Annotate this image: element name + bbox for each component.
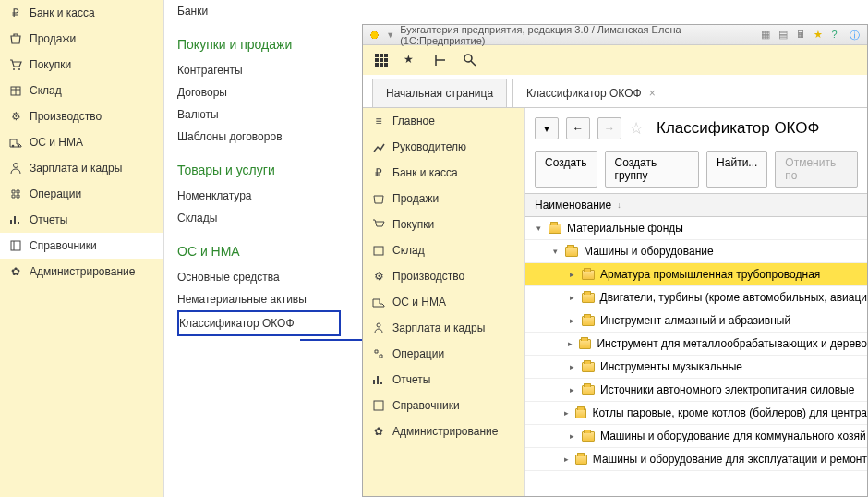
- star-icon[interactable]: ★: [404, 53, 418, 67]
- expander-icon[interactable]: ▸: [570, 316, 578, 325]
- svg-rect-14: [380, 63, 383, 67]
- folder-icon: [582, 431, 595, 442]
- side-os-nma[interactable]: ОС и НМА: [363, 289, 524, 315]
- expander-icon[interactable]: ▸: [570, 270, 578, 279]
- nav-operations[interactable]: Операции: [0, 181, 163, 207]
- svg-rect-9: [384, 54, 388, 57]
- expander-icon[interactable]: ▸: [564, 455, 572, 464]
- title-calc-icon[interactable]: 🖩: [796, 29, 808, 42]
- expander-icon[interactable]: ▾: [553, 247, 561, 256]
- forward-button[interactable]: →: [597, 117, 621, 139]
- toolbar: ★: [363, 45, 867, 75]
- menu-button[interactable]: ▾: [535, 117, 559, 139]
- title-star-icon[interactable]: ★: [814, 29, 826, 42]
- tree-row[interactable]: ▾Материальные фонды: [525, 217, 867, 240]
- mid-link[interactable]: Нематериальные активы: [177, 288, 341, 310]
- nav-reports[interactable]: Отчеты: [0, 207, 163, 233]
- mid-link[interactable]: Шаблоны договоров: [177, 126, 341, 148]
- tree: ▾Материальные фонды ▾Машины и оборудован…: [525, 217, 867, 471]
- expander-icon[interactable]: ▸: [570, 362, 578, 371]
- find-button[interactable]: Найти...: [706, 151, 767, 188]
- svg-rect-13: [375, 63, 379, 67]
- box-icon: [372, 244, 385, 257]
- grid-header[interactable]: Наименование ↓: [525, 193, 867, 217]
- side-admin[interactable]: ✿Администрирование: [363, 418, 524, 444]
- book-icon: [372, 399, 385, 412]
- tree-row-selected[interactable]: ▸Арматура промышленная трубопроводная: [525, 263, 867, 286]
- expander-icon[interactable]: ▾: [536, 224, 545, 233]
- nav-bank[interactable]: ₽Банк и касса: [0, 0, 163, 26]
- nav-admin[interactable]: ✿Администрирование: [0, 259, 163, 285]
- create-button[interactable]: Создать: [535, 151, 597, 188]
- favorite-star-icon[interactable]: ☆: [629, 118, 644, 139]
- side-bank[interactable]: ₽Банк и касса: [363, 160, 524, 186]
- svg-rect-17: [374, 247, 383, 255]
- page-title: Классификатор ОКОФ: [657, 119, 819, 138]
- svg-rect-7: [375, 54, 379, 57]
- nav-production[interactable]: ⚙Производство: [0, 103, 163, 129]
- side-production[interactable]: ⚙Производство: [363, 263, 524, 289]
- expander-icon[interactable]: ▸: [570, 431, 578, 441]
- mid-link-banks[interactable]: Банки: [177, 0, 341, 22]
- expander-icon[interactable]: ▸: [568, 339, 576, 348]
- mid-link[interactable]: Номенклатура: [177, 185, 341, 207]
- mid-link[interactable]: Основные средства: [177, 266, 341, 288]
- nav-os-nma[interactable]: ОС и НМА: [0, 129, 163, 155]
- tree-row[interactable]: ▾Машины и оборудование: [525, 240, 867, 263]
- svg-point-18: [377, 323, 380, 327]
- search-icon[interactable]: [463, 53, 477, 67]
- tree-row[interactable]: ▸Источники автономного электропитания си…: [525, 379, 867, 402]
- app-logo-icon: [368, 29, 380, 42]
- tree-row[interactable]: ▸Инструмент алмазный и абразивный: [525, 309, 867, 333]
- side-warehouse[interactable]: Склад: [363, 237, 524, 263]
- side-reports[interactable]: Отчеты: [363, 367, 524, 393]
- title-help-icon[interactable]: ?: [832, 29, 844, 42]
- mid-link-okof[interactable]: Классификатор ОКОФ: [177, 310, 341, 336]
- apps-icon[interactable]: [374, 53, 389, 67]
- tree-row[interactable]: ▸Котлы паровые, кроме котлов (бойлеров) …: [525, 402, 867, 425]
- side-purchases[interactable]: Покупки: [363, 212, 524, 237]
- title-action-icon[interactable]: ▦: [761, 29, 773, 42]
- window-chevron-icon[interactable]: ▼: [386, 30, 394, 40]
- nav-salary[interactable]: Зарплата и кадры: [0, 155, 163, 181]
- wrench-icon: ✿: [9, 265, 22, 278]
- title-info-icon[interactable]: ⓘ: [850, 29, 862, 42]
- expander-icon[interactable]: ▸: [570, 385, 578, 394]
- box-icon: [9, 84, 22, 97]
- tree-row[interactable]: ▸Машины и оборудование для коммунального…: [525, 425, 867, 448]
- back-button[interactable]: ←: [566, 117, 590, 139]
- window-side-nav: ≡Главное Руководителю ₽Банк и касса Прод…: [363, 108, 525, 496]
- side-main[interactable]: ≡Главное: [363, 108, 524, 134]
- expander-icon[interactable]: ▸: [570, 293, 578, 302]
- history-icon[interactable]: [433, 53, 448, 67]
- tree-row[interactable]: ▸Двигатели, турбины (кроме автомобильных…: [525, 286, 867, 309]
- svg-point-0: [13, 68, 15, 70]
- tree-row[interactable]: ▸Машины и оборудование для эксплуатации …: [525, 448, 867, 471]
- side-manager[interactable]: Руководителю: [363, 134, 524, 160]
- svg-point-5: [14, 164, 18, 168]
- create-group-button[interactable]: Создать группу: [605, 151, 699, 188]
- tab-okof[interactable]: Классификатор ОКОФ×: [512, 79, 669, 107]
- tab-start-page[interactable]: Начальная страница: [372, 79, 507, 107]
- mid-link[interactable]: Склады: [177, 207, 341, 229]
- svg-point-16: [464, 55, 472, 62]
- expander-icon[interactable]: ▸: [564, 408, 572, 418]
- nav-purchases[interactable]: Покупки: [0, 52, 163, 78]
- mid-link[interactable]: Договоры: [177, 81, 341, 103]
- side-directories[interactable]: Справочники: [363, 393, 524, 418]
- chart-icon: [372, 373, 385, 386]
- close-icon[interactable]: ×: [649, 87, 656, 100]
- side-operations[interactable]: Операции: [363, 341, 524, 367]
- side-sales[interactable]: Продажи: [363, 186, 524, 212]
- nav-warehouse[interactable]: Склад: [0, 78, 163, 103]
- cancel-button[interactable]: Отменить по: [775, 151, 858, 188]
- mid-link[interactable]: Валюты: [177, 103, 341, 126]
- content-header: ▾ ← → ☆ Классификатор ОКОФ: [525, 108, 867, 145]
- tree-row[interactable]: ▸Инструменты музыкальные: [525, 356, 867, 379]
- nav-sales[interactable]: Продажи: [0, 26, 163, 52]
- title-action-icon[interactable]: ▤: [778, 29, 790, 42]
- side-salary[interactable]: Зарплата и кадры: [363, 315, 524, 341]
- nav-directories[interactable]: Справочники: [0, 233, 163, 259]
- mid-link[interactable]: Контрагенты: [177, 59, 341, 81]
- tree-row[interactable]: ▸Инструмент для металлообрабатывающих и …: [525, 333, 867, 356]
